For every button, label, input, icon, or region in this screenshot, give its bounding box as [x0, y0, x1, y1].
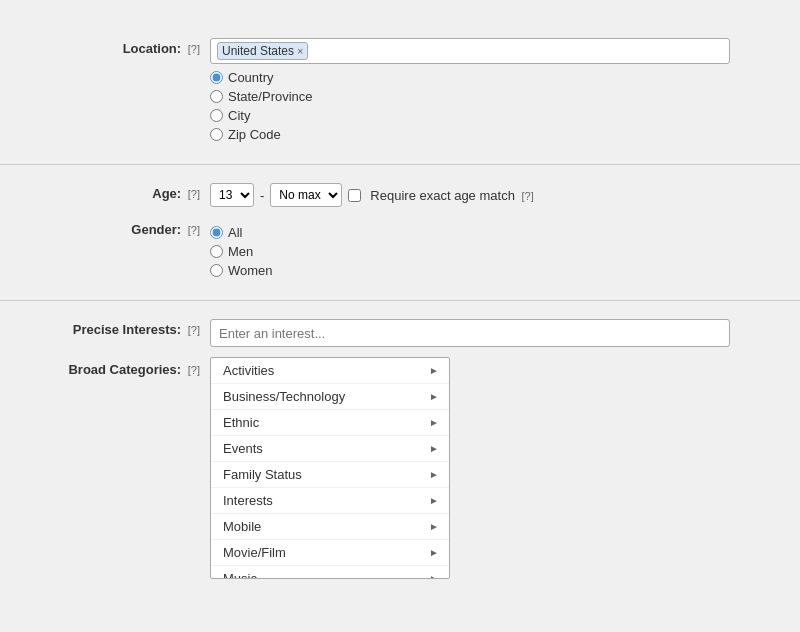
location-help[interactable]: [?]	[188, 43, 200, 55]
age-label: Age: [?]	[20, 183, 210, 201]
family-arrow: ►	[429, 469, 439, 480]
interests-arrow: ►	[429, 495, 439, 506]
age-max-select[interactable]: No max 18 25 35 65	[270, 183, 342, 207]
radio-zip-label: Zip Code	[228, 127, 281, 142]
age-gender-section: Age: [?] 13 14 18 21 25 - No max 18	[0, 165, 800, 301]
categories-container: Activities ► Business/Technology ► Ethni…	[210, 357, 450, 579]
interests-section: Precise Interests: [?] Broad Categories:…	[0, 301, 800, 595]
categories-list: Activities ► Business/Technology ► Ethni…	[211, 358, 449, 578]
radio-state-input[interactable]	[210, 90, 223, 103]
precise-interests-input[interactable]	[210, 319, 730, 347]
main-container: Location: [?] United States × Country	[0, 0, 800, 632]
gender-row: Gender: [?] All Men Women	[0, 213, 800, 288]
radio-zip-input[interactable]	[210, 128, 223, 141]
business-arrow: ►	[429, 391, 439, 402]
age-controls: 13 14 18 21 25 - No max 18 25 35 65	[210, 183, 780, 207]
radio-all-label: All	[228, 225, 242, 240]
gender-help[interactable]: [?]	[188, 224, 200, 236]
category-ethnic[interactable]: Ethnic ►	[211, 410, 449, 436]
radio-city[interactable]: City	[210, 108, 780, 123]
radio-city-label: City	[228, 108, 250, 123]
radio-country-input[interactable]	[210, 71, 223, 84]
radio-country[interactable]: Country	[210, 70, 780, 85]
movie-arrow: ►	[429, 547, 439, 558]
category-events[interactable]: Events ►	[211, 436, 449, 462]
radio-country-label: Country	[228, 70, 274, 85]
radio-women-label: Women	[228, 263, 273, 278]
location-content: United States × Country State/Province	[210, 38, 780, 146]
radio-city-input[interactable]	[210, 109, 223, 122]
broad-categories-help[interactable]: [?]	[188, 364, 200, 376]
location-tag: United States ×	[217, 42, 308, 60]
category-mobile[interactable]: Mobile ►	[211, 514, 449, 540]
radio-men-label: Men	[228, 244, 253, 259]
events-arrow: ►	[429, 443, 439, 454]
location-radio-group: Country State/Province City Zip Code	[210, 70, 780, 142]
category-interests[interactable]: Interests ►	[211, 488, 449, 514]
precise-interests-label: Precise Interests: [?]	[20, 319, 210, 337]
category-activities[interactable]: Activities ►	[211, 358, 449, 384]
gender-content: All Men Women	[210, 219, 780, 282]
category-movie-film[interactable]: Movie/Film ►	[211, 540, 449, 566]
age-dash: -	[260, 188, 264, 203]
radio-zip[interactable]: Zip Code	[210, 127, 780, 142]
exact-age-help[interactable]: [?]	[522, 190, 534, 202]
precise-interests-content	[210, 319, 780, 347]
location-section: Location: [?] United States × Country	[0, 20, 800, 165]
age-min-select[interactable]: 13 14 18 21 25	[210, 183, 254, 207]
age-help[interactable]: [?]	[188, 188, 200, 200]
radio-women[interactable]: Women	[210, 263, 780, 278]
broad-categories-content: Activities ► Business/Technology ► Ethni…	[210, 357, 780, 579]
radio-men[interactable]: Men	[210, 244, 780, 259]
gender-radio-group: All Men Women	[210, 225, 780, 278]
location-tag-remove[interactable]: ×	[297, 45, 303, 57]
exact-age-checkbox[interactable]	[348, 189, 361, 202]
broad-categories-label: Broad Categories: [?]	[20, 357, 210, 377]
activities-arrow: ►	[429, 365, 439, 376]
radio-all-input[interactable]	[210, 226, 223, 239]
category-business-technology[interactable]: Business/Technology ►	[211, 384, 449, 410]
broad-categories-row: Broad Categories: [?] Activities ► Busin…	[0, 353, 800, 583]
age-content: 13 14 18 21 25 - No max 18 25 35 65	[210, 183, 780, 207]
category-family-status[interactable]: Family Status ►	[211, 462, 449, 488]
mobile-arrow: ►	[429, 521, 439, 532]
radio-all[interactable]: All	[210, 225, 780, 240]
gender-label: Gender: [?]	[20, 219, 210, 237]
category-music[interactable]: Music ►	[211, 566, 449, 578]
location-tag-input[interactable]: United States ×	[210, 38, 730, 64]
radio-women-input[interactable]	[210, 264, 223, 277]
music-arrow: ►	[429, 573, 439, 578]
radio-men-input[interactable]	[210, 245, 223, 258]
radio-state[interactable]: State/Province	[210, 89, 780, 104]
location-row: Location: [?] United States × Country	[0, 32, 800, 152]
precise-interests-help[interactable]: [?]	[188, 324, 200, 336]
age-row: Age: [?] 13 14 18 21 25 - No max 18	[0, 177, 800, 213]
precise-interests-row: Precise Interests: [?]	[0, 313, 800, 353]
location-label: Location: [?]	[20, 38, 210, 56]
radio-state-label: State/Province	[228, 89, 313, 104]
exact-age-label: Require exact age match [?]	[370, 188, 533, 203]
ethnic-arrow: ►	[429, 417, 439, 428]
